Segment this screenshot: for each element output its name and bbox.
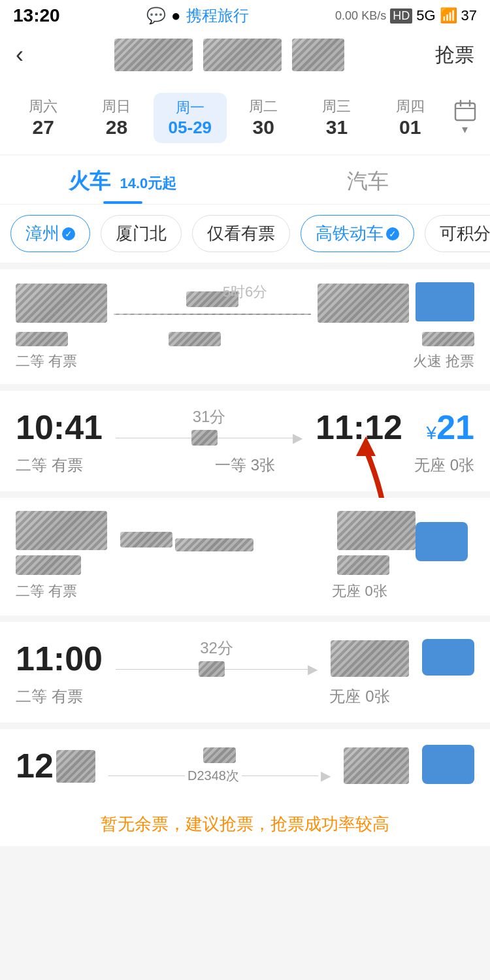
blurred-row-2 xyxy=(16,511,474,575)
date-num-sun: 28 xyxy=(82,116,150,139)
arrow-line-1100-left xyxy=(116,669,199,670)
date-num-wed: 31 xyxy=(302,116,370,139)
ticket-info-1100: 二等 有票 无座 0张 xyxy=(16,686,474,707)
duration-1100: 32分 xyxy=(200,638,233,659)
tab-bus[interactable]: 汽车 xyxy=(245,155,490,204)
blurred-duration xyxy=(107,291,318,315)
date-item-sun[interactable]: 周日 28 xyxy=(80,91,153,144)
blurred-price xyxy=(409,282,474,324)
train-list: 二等 有票 火速 抢票 5时6分 10:41 31分 xyxy=(0,269,490,802)
price-yuan-1041: ¥ xyxy=(427,423,437,443)
blurred-seat-2 xyxy=(169,332,321,371)
date-item-mon[interactable]: 周一 05-29 xyxy=(154,93,227,143)
price-block-1041: ¥21 xyxy=(402,410,474,444)
day-name-wed: 周三 xyxy=(302,97,370,116)
blurred-mid-2 xyxy=(107,532,337,554)
tab-bus-label: 汽车 xyxy=(347,169,389,193)
train-number-12xx: D2348次 xyxy=(188,767,239,785)
train-row-1100: 11:00 32分 ▶ xyxy=(16,638,474,679)
depart-time-1041: 10:41 xyxy=(16,410,103,444)
status-time: 13:20 xyxy=(13,5,60,26)
depart-time-1100: 11:00 xyxy=(16,642,103,676)
date-item-wed[interactable]: 周三 31 xyxy=(300,91,373,144)
price-1041: ¥21 xyxy=(427,410,474,444)
filter-available[interactable]: 仅看有票 xyxy=(192,215,290,252)
date-item-tue[interactable]: 周二 30 xyxy=(227,91,300,144)
app-name: 携程旅行 xyxy=(186,5,249,26)
depart-block-1100: 11:00 xyxy=(16,642,103,676)
blurred-depart xyxy=(16,284,107,323)
filter-highspeed[interactable]: 高铁动车 ✓ xyxy=(301,215,414,252)
blurred-left-2 xyxy=(16,511,107,575)
highspeed-check-icon: ✓ xyxy=(386,227,399,240)
blurred-price-2 xyxy=(416,522,474,564)
price-blurred-12xx xyxy=(422,745,474,784)
date-item-thu[interactable]: 周四 01 xyxy=(374,91,447,144)
train-card-12xx[interactable]: 12 D2348次 ▶ xyxy=(0,729,490,802)
date-num-sat: 27 xyxy=(9,116,77,139)
blurred-seat-3: 火速 抢票 xyxy=(321,332,474,371)
depart-block-1041: 10:41 xyxy=(16,410,103,444)
blurred-time-2a xyxy=(16,511,107,550)
filter-highspeed-label: 高铁动车 xyxy=(316,222,384,245)
filter-xiamenbei-label: 厦门北 xyxy=(116,222,167,245)
train-card-1041[interactable]: 10:41 31分 ▶ 11:12 ¥21 二等 有票 xyxy=(0,391,490,491)
date-num-thu: 01 xyxy=(376,116,444,139)
date-item-sat[interactable]: 周六 27 xyxy=(7,91,80,144)
blurred-arrive-time xyxy=(318,284,409,323)
seat-nozuo-1041: 无座 0张 xyxy=(321,455,474,476)
blurred-seats: 二等 有票 火速 抢票 xyxy=(16,332,474,371)
blurred-arr-2 xyxy=(337,511,416,550)
train-card-blurred[interactable]: 二等 有票 火速 抢票 5时6分 xyxy=(0,269,490,384)
zhangzhou-check-icon: ✓ xyxy=(62,227,75,240)
day-name-thu: 周四 xyxy=(376,97,444,116)
arrow-head: ▶ xyxy=(293,430,302,446)
back-button[interactable]: ‹ xyxy=(16,41,24,69)
train-arrow-1041: ▶ xyxy=(116,430,302,446)
train-row-12xx: 12 D2348次 ▶ xyxy=(16,745,474,787)
signal-icon: 5G xyxy=(416,7,435,24)
blurred-arr-2b xyxy=(337,555,389,575)
train-arrow-1100: ▶ xyxy=(116,661,318,677)
top-nav: ‹ 抢票 xyxy=(0,29,490,81)
calendar-icon[interactable]: ▾ xyxy=(447,99,483,137)
data-speed-icon: 0.00 KB/s xyxy=(335,9,386,23)
train-card-1100[interactable]: 11:00 32分 ▶ 二等 有票 无座 0张 xyxy=(0,622,490,723)
depart-block-12xx: 12 xyxy=(16,746,95,785)
grab-ticket-button[interactable]: 抢票 xyxy=(435,42,474,69)
filter-zhangzhou-label: 漳州 xyxy=(25,222,59,245)
blurred-arrow-line xyxy=(114,314,311,315)
arrow-row-12xx: D2348次 ▶ xyxy=(108,767,331,785)
train-image-1 xyxy=(114,39,193,71)
arrive-blurred-12xx xyxy=(344,747,409,784)
wifi-icon: 📶 xyxy=(440,7,457,24)
filter-xiamenbei[interactable]: 厦门北 xyxy=(101,215,182,252)
train-number-blurred xyxy=(191,430,218,446)
bottom-notice-text: 暂无余票，建议抢票，抢票成功率较高 xyxy=(101,814,389,834)
blurred-duration-label: 5时6分 xyxy=(223,282,267,302)
depart-blurred-12xx xyxy=(56,750,95,783)
filter-zhangzhou[interactable]: 漳州 ✓ xyxy=(10,215,90,252)
filter-points-label: 可积分兑 xyxy=(440,222,490,245)
blurred-seat-label-3 xyxy=(422,332,474,346)
train-image-3 xyxy=(292,39,344,71)
arrow-line-right xyxy=(218,438,293,438)
arrow-1100: ▶ xyxy=(308,661,318,677)
filter-points[interactable]: 可积分兑 xyxy=(425,215,490,252)
duration-block-1041: 31分 ▶ xyxy=(103,406,316,448)
duration-block-1100: 32分 ▶ xyxy=(103,638,331,679)
day-name-sat: 周六 xyxy=(9,97,77,116)
tab-train[interactable]: 火车 14.0元起 xyxy=(0,155,245,204)
train-image-2 xyxy=(203,39,282,71)
tab-train-price: 14.0元起 xyxy=(120,175,177,191)
blurred-price-value xyxy=(416,282,474,321)
arrive-block-12xx xyxy=(344,747,409,784)
train-num-blurred-1100 xyxy=(199,661,225,677)
duration-1041: 31分 xyxy=(193,406,226,427)
status-icons: 0.00 KB/s HD 5G 📶 37 xyxy=(335,7,477,24)
blurred-seat-label-2 xyxy=(169,332,221,346)
seat-2nd-2: 二等 有票 xyxy=(16,581,245,601)
train-card-blurred-2[interactable]: 二等 有票 无座 0张 xyxy=(0,498,490,615)
train-row-1041: 10:41 31分 ▶ 11:12 ¥21 xyxy=(16,406,474,448)
blurred-num-2 xyxy=(175,538,253,551)
